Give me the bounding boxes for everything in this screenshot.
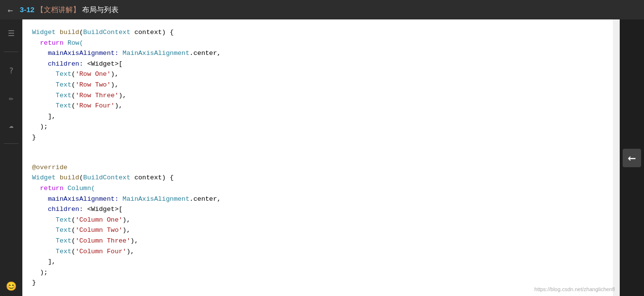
code-block-2: @overrideWidget build(BuildContext conte…	[22, 155, 613, 296]
right-nav: ←	[620, 19, 644, 296]
code-line: Text('Column Three'),	[32, 236, 603, 246]
panel-gap	[22, 151, 613, 155]
code-line: }	[32, 278, 603, 288]
code-line: return Column(	[32, 183, 603, 194]
question-icon[interactable]: ?	[2, 62, 20, 79]
code-line: ],	[32, 257, 603, 267]
page-title: 3-12 【文档讲解】 布局与列表	[20, 5, 119, 15]
next-button[interactable]: ←	[623, 149, 641, 167]
menu-icon[interactable]: ☰	[2, 24, 20, 42]
code-area: Widget build(BuildContext context) { ret…	[22, 19, 613, 296]
scrollbar[interactable]	[613, 19, 620, 296]
title-brackets: 【文档讲解】	[36, 5, 80, 14]
edit-icon[interactable]: ✏	[2, 89, 20, 106]
code-line: return Row(	[32, 38, 603, 49]
back-button[interactable]: ←	[8, 5, 13, 15]
watermark: https://blog.csdn.net/zhanglichenfl	[534, 286, 615, 292]
top-bar: ← 3-12 【文档讲解】 布局与列表	[0, 0, 644, 19]
code-line: Text('Column One'),	[32, 215, 603, 226]
code-line: Widget build(BuildContext context) {	[32, 173, 603, 183]
sidebar: ☰ ? ✏ ☁ 😊	[0, 19, 22, 296]
title-text: 布局与列表	[82, 5, 119, 14]
main-layout: ☰ ? ✏ ☁ 😊 Widget build(BuildContext cont…	[0, 19, 644, 296]
code-line: Text('Row One'),	[32, 69, 603, 80]
code-line: Text('Row Two'),	[32, 80, 603, 90]
code-line: Widget build(BuildContext context) {	[32, 27, 603, 38]
code-line: mainAxisAlignment: MainAxisAlignment.cen…	[32, 48, 603, 59]
code-line: }	[32, 132, 603, 143]
code-line: );	[32, 267, 603, 278]
code-line: Text('Column Two'),	[32, 225, 603, 236]
sidebar-divider-1	[4, 52, 18, 52]
code-line: mainAxisAlignment: MainAxisAlignment.cen…	[32, 194, 603, 205]
code-line: ],	[32, 111, 603, 122]
code-line: @override	[32, 162, 603, 173]
code-line: Text('Column Four'),	[32, 246, 603, 257]
code-line: Text('Row Four'),	[32, 101, 603, 111]
code-line: children: <Widget>[	[32, 59, 603, 70]
code-line: Text('Row Three'),	[32, 90, 603, 101]
cloud-icon[interactable]: ☁	[2, 116, 20, 134]
sidebar-divider-2	[4, 143, 18, 144]
title-number: 3-12	[20, 5, 34, 14]
code-line: children: <Widget>[	[32, 204, 603, 215]
code-block-1: Widget build(BuildContext context) { ret…	[22, 19, 613, 151]
emoji-avatar[interactable]: 😊	[6, 281, 17, 291]
code-line: );	[32, 122, 603, 132]
